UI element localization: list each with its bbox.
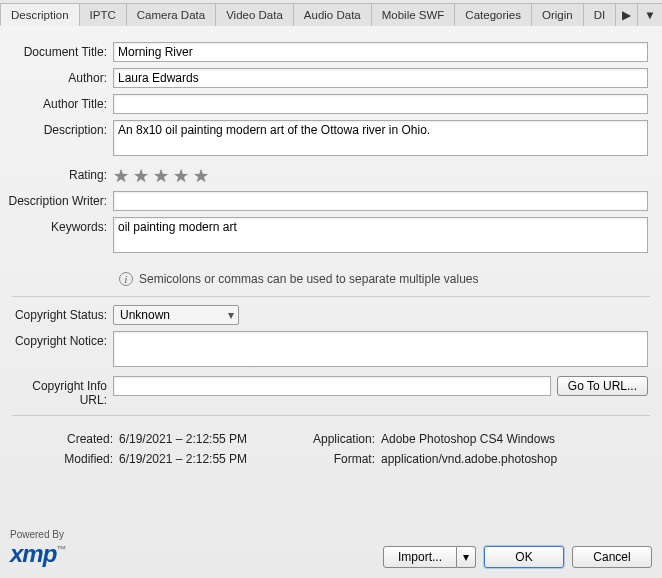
format-value: application/vnd.adobe.photoshop <box>381 452 648 466</box>
go-to-url-button[interactable]: Go To URL... <box>557 376 648 396</box>
description-label: Description: <box>8 120 113 137</box>
rating-stars[interactable]: ★ ★ ★ ★ ★ <box>113 165 648 185</box>
copyright-url-input[interactable] <box>113 376 551 396</box>
xmp-logo: xmp™ <box>10 540 65 568</box>
dialog-footer: Powered By xmp™ Import... ▾ OK Cancel <box>10 529 652 568</box>
description-textarea[interactable]: An 8x10 oil painting modern art of the O… <box>113 120 648 156</box>
tab-description[interactable]: Description <box>0 3 80 26</box>
tab-menu-dropdown[interactable]: ▼ <box>637 3 662 26</box>
star-1-icon[interactable]: ★ <box>113 167 129 185</box>
tab-origin[interactable]: Origin <box>531 3 584 26</box>
powered-by-block: Powered By xmp™ <box>10 529 65 568</box>
import-dropdown-icon[interactable]: ▾ <box>457 546 476 568</box>
import-button[interactable]: Import... <box>383 546 457 568</box>
modified-value: 6/19/2021 – 2:12:55 PM <box>119 452 279 466</box>
document-title-label: Document Title: <box>8 42 113 59</box>
chevron-down-icon: ▾ <box>224 308 238 322</box>
author-input[interactable] <box>113 68 648 88</box>
file-info-dialog: Description IPTC Camera Data Video Data … <box>0 0 662 578</box>
created-value: 6/19/2021 – 2:12:55 PM <box>119 432 279 446</box>
rating-label: Rating: <box>8 165 113 182</box>
tab-bar: Description IPTC Camera Data Video Data … <box>0 0 662 26</box>
powered-by-label: Powered By <box>10 529 65 540</box>
copyright-url-label: Copyright Info URL: <box>8 376 113 407</box>
tab-categories[interactable]: Categories <box>454 3 532 26</box>
copyright-status-label: Copyright Status: <box>8 305 113 322</box>
application-label: Application: <box>285 432 375 446</box>
description-panel: Document Title: Author: Author Title: De… <box>0 26 662 476</box>
keywords-textarea[interactable]: oil painting modern art <box>113 217 648 253</box>
modified-label: Modified: <box>8 452 113 466</box>
tab-audio-data[interactable]: Audio Data <box>293 3 372 26</box>
separator-1 <box>12 296 650 297</box>
copyright-status-dropdown[interactable]: Unknown <box>114 306 224 324</box>
description-writer-label: Description Writer: <box>8 191 113 208</box>
separator-2 <box>12 415 650 416</box>
star-3-icon[interactable]: ★ <box>153 167 169 185</box>
author-label: Author: <box>8 68 113 85</box>
keywords-label: Keywords: <box>8 217 113 234</box>
document-title-input[interactable] <box>113 42 648 62</box>
tab-di[interactable]: DI <box>583 3 617 26</box>
format-label: Format: <box>285 452 375 466</box>
tab-scroll-right[interactable]: ▶ <box>615 3 638 26</box>
description-writer-input[interactable] <box>113 191 648 211</box>
star-5-icon[interactable]: ★ <box>193 167 209 185</box>
star-2-icon[interactable]: ★ <box>133 167 149 185</box>
file-metadata: Created: 6/19/2021 – 2:12:55 PM Applicat… <box>8 424 654 466</box>
ok-button[interactable]: OK <box>484 546 564 568</box>
tab-camera-data[interactable]: Camera Data <box>126 3 216 26</box>
author-title-input[interactable] <box>113 94 648 114</box>
keywords-hint: Semicolons or commas can be used to sepa… <box>139 272 479 286</box>
copyright-notice-textarea[interactable] <box>113 331 648 367</box>
copyright-status-select[interactable]: Unknown ▾ <box>113 305 239 325</box>
created-label: Created: <box>8 432 113 446</box>
star-4-icon[interactable]: ★ <box>173 167 189 185</box>
tab-mobile-swf[interactable]: Mobile SWF <box>371 3 456 26</box>
copyright-notice-label: Copyright Notice: <box>8 331 113 348</box>
info-icon: i <box>119 272 133 286</box>
tab-iptc[interactable]: IPTC <box>79 3 127 26</box>
application-value: Adobe Photoshop CS4 Windows <box>381 432 648 446</box>
cancel-button[interactable]: Cancel <box>572 546 652 568</box>
tab-video-data[interactable]: Video Data <box>215 3 294 26</box>
author-title-label: Author Title: <box>8 94 113 111</box>
